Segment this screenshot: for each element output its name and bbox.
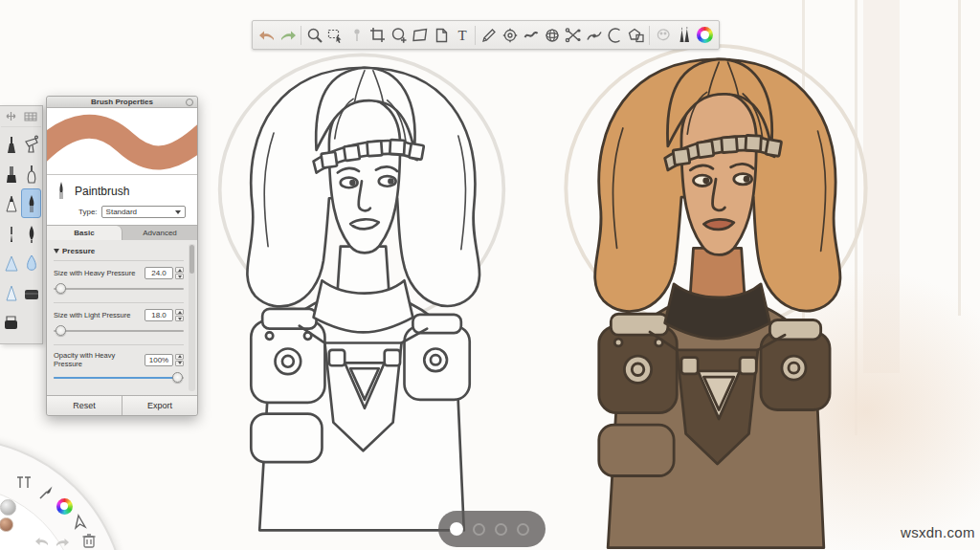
brush-stroke-preview: [47, 108, 197, 175]
tool-flat-brush[interactable]: [1, 159, 21, 188]
tool-palette: [0, 105, 43, 344]
transform-icon[interactable]: [5, 109, 17, 126]
color-wheel-icon[interactable]: [695, 24, 715, 47]
page-dot-3[interactable]: [495, 523, 507, 536]
panel-title-bar[interactable]: Brush Properties: [47, 97, 197, 108]
undo-icon[interactable]: [256, 24, 277, 47]
pencil-line-icon[interactable]: [479, 24, 499, 47]
spin-up-button[interactable]: [175, 267, 184, 273]
path-curve-icon[interactable]: [584, 24, 604, 47]
type-label: Type:: [78, 208, 98, 216]
slider-thumb[interactable]: [56, 325, 66, 336]
tool-palette-knife[interactable]: [21, 159, 41, 188]
tool-chalk-cone[interactable]: [1, 188, 21, 218]
trash-icon[interactable]: [79, 531, 99, 550]
marquee-select-icon[interactable]: [325, 24, 345, 47]
slider-value-field[interactable]: 18.0: [145, 309, 173, 321]
panel-menu-icon[interactable]: [186, 99, 193, 106]
toolbar-separator: [301, 26, 301, 45]
toolbar-separator: [475, 26, 476, 45]
sketch-portrait: [191, 48, 532, 535]
tab-advanced[interactable]: Advanced: [122, 226, 197, 240]
mesh-sphere-icon[interactable]: [542, 24, 562, 47]
chevron-down-icon: [175, 210, 181, 214]
slider-group: Size with Light Pressure 18.0: [54, 303, 184, 345]
page-icon[interactable]: [431, 24, 451, 47]
tool-water-drop[interactable]: [21, 248, 41, 277]
arc-icon[interactable]: [605, 24, 625, 47]
zoom-icon[interactable]: [304, 24, 324, 47]
export-button[interactable]: Export: [122, 396, 197, 415]
slider-label: Size with Light Pressure: [54, 311, 136, 319]
redo-icon[interactable]: [53, 533, 72, 550]
reset-button[interactable]: Reset: [47, 396, 122, 415]
main-toolbar: T: [252, 20, 720, 50]
ribbon-curve-icon[interactable]: [521, 24, 541, 47]
pressure-section-header[interactable]: Pressure: [54, 244, 184, 261]
watermark: wsxdn.com: [901, 524, 975, 540]
collapse-triangle-icon: [54, 249, 59, 253]
brush-icon[interactable]: [36, 483, 56, 502]
redo-icon[interactable]: [278, 24, 298, 47]
panel-scrollbar[interactable]: [189, 244, 195, 391]
slider-thumb[interactable]: [56, 283, 66, 294]
slider-value-field[interactable]: 100%: [145, 354, 173, 366]
panel-title: Brush Properties: [91, 98, 153, 106]
toolbar-separator: [649, 26, 650, 45]
cut-icon[interactable]: [563, 24, 583, 47]
slider-track-area[interactable]: [54, 283, 184, 295]
spin-down-button[interactable]: [175, 316, 184, 321]
scrollbar-thumb[interactable]: [189, 245, 194, 274]
t-square-icon[interactable]: [14, 473, 33, 493]
brush-name: Paintbrush: [75, 185, 129, 198]
slider-group: Size with Heavy Pressure 24.0: [54, 261, 184, 303]
spin-down-button[interactable]: [175, 361, 184, 366]
tool-roller-stamp[interactable]: [1, 307, 21, 337]
dual-brush-icon[interactable]: [674, 24, 694, 47]
quad-shape-icon[interactable]: [410, 24, 430, 47]
page-dot-4[interactable]: [517, 523, 529, 536]
stamp-gear-icon[interactable]: [500, 24, 520, 47]
tool-ink-pen[interactable]: [21, 218, 41, 248]
colored-portrait: [536, 38, 896, 550]
brush-properties-panel: Brush Properties Paintbrush Type: Standa…: [46, 96, 198, 416]
slider-track-area[interactable]: [54, 325, 184, 337]
tool-marker[interactable]: [1, 277, 21, 307]
slider-group: Opacity with Heavy Pressure 100%: [54, 345, 184, 391]
spin-up-button[interactable]: [175, 309, 184, 315]
brush-type-dropdown[interactable]: Standard: [101, 206, 186, 218]
texture-icon[interactable]: [24, 109, 37, 126]
add-selection-icon[interactable]: [389, 24, 409, 47]
sample-pin-icon[interactable]: [346, 24, 367, 47]
page-dots-bar: [438, 511, 546, 547]
cursor-icon[interactable]: [71, 513, 90, 532]
spin-up-button[interactable]: [175, 354, 184, 360]
palette-empty-slot: [21, 307, 41, 337]
shape-combine-icon[interactable]: [626, 24, 646, 47]
page-dot-2[interactable]: [473, 523, 485, 536]
slider-label: Size with Heavy Pressure: [54, 269, 136, 277]
brown-sphere-swatch[interactable]: [0, 515, 15, 534]
tool-paintbrush[interactable]: [21, 188, 41, 218]
paintbrush-icon: [55, 180, 68, 203]
brush-type-value: Standard: [106, 208, 137, 216]
svg-text:T: T: [457, 28, 466, 43]
crop-icon[interactable]: [368, 24, 388, 47]
slider-label: Opacity with Heavy Pressure: [54, 351, 136, 368]
slider-value-field[interactable]: 24.0: [145, 267, 173, 279]
gray-sphere-swatch[interactable]: [0, 497, 17, 517]
undo-icon[interactable]: [33, 532, 52, 550]
spin-down-button[interactable]: [175, 274, 184, 279]
tool-ink-brush[interactable]: [1, 129, 21, 159]
slider-thumb[interactable]: [172, 372, 183, 383]
tab-basic[interactable]: Basic: [47, 226, 122, 240]
page-dot-1[interactable]: [450, 522, 463, 536]
tool-eraser-block[interactable]: [21, 277, 41, 307]
tool-airbrush[interactable]: [21, 129, 41, 159]
slider-track-area[interactable]: [54, 372, 184, 384]
tool-watercolor[interactable]: [1, 248, 21, 277]
palette-icon[interactable]: [653, 24, 673, 47]
tool-detail-brush[interactable]: [1, 218, 21, 248]
text-tool-icon[interactable]: T: [452, 24, 472, 47]
